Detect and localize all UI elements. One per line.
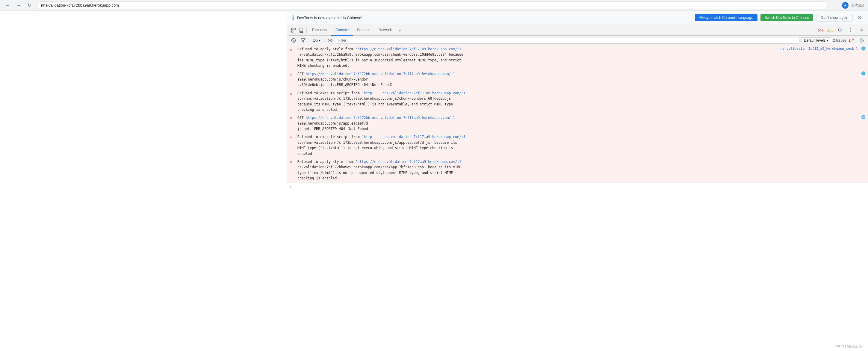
console-sub-toolbar: top ▾ Default levels ▾ 2 Issues: 2	[287, 36, 868, 45]
clear-console-button[interactable]	[290, 36, 298, 44]
profile-button[interactable]: A	[841, 1, 849, 9]
prompt-chevron: ›	[290, 185, 292, 189]
warning-count: 2	[831, 28, 833, 32]
svg-rect-9	[852, 39, 854, 40]
entry-link-src[interactable]: nns-validation-7cf17…a9.herokuapp.com/:1	[372, 72, 455, 76]
entry-link[interactable]: http	[364, 91, 372, 95]
error-count: 6	[822, 28, 824, 32]
error-badge: ✕ 6	[818, 28, 824, 33]
entry-link-src[interactable]: nns-validation-7cf17…a9.herokuapp.com/:1	[378, 160, 461, 164]
entry-source[interactable]: nns-validation-Zcf1Z_a9_herokuapp_comL:l…	[778, 46, 866, 51]
entry-link[interactable]: https://nns-validation-7cf172bb	[306, 116, 370, 120]
globe-icon: 🌐	[861, 115, 866, 119]
entry-link-src[interactable]: nns-validation-7cf17…a9.herokuapp.com/:1	[372, 116, 455, 120]
svg-point-8	[330, 40, 331, 41]
entry-link-src[interactable]: nns-validation-7cf17…a9.herokuapp.com/:1	[382, 135, 465, 139]
context-dropdown[interactable]: top ▾	[311, 38, 322, 43]
banner-close-button[interactable]: ✕	[856, 14, 863, 21]
entry-link-src[interactable]: nns-validation-7cf17…a9.herokuapp.com/:1	[382, 91, 465, 95]
devtools-toolbar-right: ✕ 6 ⚠ 2 ⚙ ⋮ ✕	[818, 26, 866, 34]
console-prompt: ›	[287, 183, 868, 191]
entry-link[interactable]: https://n	[358, 47, 376, 51]
entry-text-5: Refused to execute script from 'http nns…	[298, 134, 866, 156]
issues-badge: 2 Issues: 2	[833, 38, 856, 42]
svg-line-6	[292, 39, 295, 42]
devtools-tab-bar: Elements Console Sources Network » ✕ 6 ⚠…	[287, 25, 868, 36]
console-content: ✕ Refused to apply style from 'https://n…	[287, 45, 868, 351]
issues-count: 2	[848, 38, 850, 42]
entry-link-src[interactable]: nns-validation-7cf17…a9.herokuapp.com/:1	[378, 47, 461, 51]
error-icon: ✕	[290, 115, 296, 120]
entry-source[interactable]: 🌐	[860, 115, 866, 119]
svg-rect-1	[294, 28, 296, 30]
info-icon: ℹ	[292, 14, 294, 21]
tab-sources[interactable]: Sources	[353, 25, 374, 36]
completion-label: 完成渲染	[851, 3, 864, 7]
always-match-language-button[interactable]: Always match Chrome's language	[695, 14, 757, 21]
console-input[interactable]	[294, 185, 866, 189]
svg-rect-0	[291, 28, 293, 30]
warning-icon: ⚠	[826, 28, 830, 33]
tab-network[interactable]: Network	[374, 25, 396, 36]
dont-show-again-button[interactable]: Don't show again	[816, 14, 853, 22]
entry-link[interactable]: https://nns-validation-7cf172bb	[306, 72, 370, 76]
svg-rect-2	[291, 31, 293, 32]
toolbar-sep	[309, 38, 309, 43]
eye-icon-button[interactable]	[326, 36, 334, 44]
globe-icon: 🌐	[861, 71, 866, 75]
error-icon: ✕	[290, 134, 296, 139]
devtools-more-button[interactable]: ⋮	[846, 26, 855, 34]
browser-chrome: ← → ↻ nns-validation-7cf172bba9a9.heroku…	[0, 0, 868, 11]
console-entry: ✕ Refused to apply style from 'https://n…	[287, 45, 868, 70]
browser-nav: ← → ↻	[4, 1, 34, 9]
console-entry: ✕ GET https://nns-validation-7cf172bb nn…	[287, 114, 868, 133]
error-icon: ✕	[290, 46, 296, 52]
more-tabs-button[interactable]: »	[396, 28, 403, 33]
reload-button[interactable]: ↻	[25, 1, 34, 9]
entry-text-6: Refused to apply style from 'https://n n…	[298, 159, 866, 181]
console-entry: ✕ GET https://nns-validation-7cf172bb nn…	[287, 70, 868, 89]
issues-settings-icon[interactable]	[858, 36, 866, 44]
entry-text-4: GET https://nns-validation-7cf172bb nns-…	[298, 115, 858, 131]
filter-toggle-button[interactable]	[299, 36, 307, 44]
svg-marker-7	[301, 39, 305, 42]
error-icon: ✕	[290, 71, 296, 77]
devtools-close-button[interactable]: ✕	[857, 26, 866, 34]
tab-elements[interactable]: Elements	[308, 25, 331, 36]
filter-input[interactable]	[336, 37, 800, 44]
main-layout: ℹ DevTools is now available in Chinese! …	[0, 11, 868, 351]
devtools-settings-button[interactable]: ⚙	[836, 26, 844, 34]
url-text: nns-validation-7cf172bba9a9.herokuapp.co…	[41, 3, 119, 7]
console-entry: ✕ Refused to execute script from 'http n…	[287, 133, 868, 158]
tab-console[interactable]: Console	[331, 25, 353, 36]
log-level-dropdown[interactable]: Default levels ▾	[801, 37, 831, 43]
error-icon: ✕	[290, 159, 296, 164]
globe-icon: 🌐	[861, 46, 866, 51]
switch-devtools-language-button[interactable]: Switch DevTools to Chinese	[761, 14, 813, 21]
watermark: CSDN @晓仔会飞~	[834, 344, 863, 349]
warning-badge: ⚠ 2	[826, 28, 833, 33]
inspect-element-icon[interactable]	[290, 26, 298, 34]
entry-source[interactable]: 🌐	[860, 71, 866, 75]
console-entry: ✕ Refused to apply style from 'https://n…	[287, 158, 868, 183]
entry-link[interactable]: http	[364, 135, 372, 139]
back-button[interactable]: ←	[4, 1, 12, 9]
page-area	[0, 11, 287, 351]
browser-actions: ⋮ A 完成渲染	[831, 1, 864, 9]
error-icon: ✕	[818, 28, 821, 33]
tab-separator	[306, 27, 307, 33]
toolbar-sep2	[324, 38, 324, 43]
forward-button[interactable]: →	[14, 1, 23, 9]
address-bar[interactable]: nns-validation-7cf172bba9a9.herokuapp.co…	[37, 1, 827, 9]
extensions-button[interactable]: ⋮	[831, 1, 839, 9]
banner-text: DevTools is now available in Chinese!	[297, 15, 692, 20]
entry-link[interactable]: https://n	[358, 160, 376, 164]
console-entry: ✕ Refused to execute script from 'http n…	[287, 89, 868, 114]
svg-point-10	[861, 40, 862, 41]
entry-text-2: GET https://nns-validation-7cf172bb nns-…	[298, 71, 858, 88]
device-toggle-icon[interactable]	[298, 26, 305, 34]
error-icon: ✕	[290, 91, 296, 96]
entry-text-3: Refused to execute script from 'http nns…	[298, 91, 866, 113]
entry-text-1: Refused to apply style from 'https://n n…	[298, 46, 776, 69]
devtools-panel: ℹ DevTools is now available in Chinese! …	[287, 11, 868, 351]
